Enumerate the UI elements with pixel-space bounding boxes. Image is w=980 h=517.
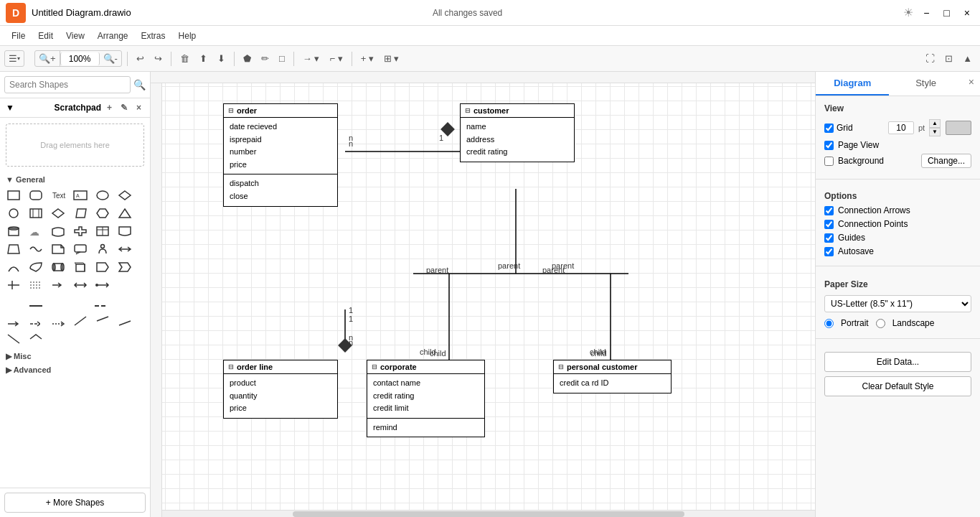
insert-btn[interactable]: + ▾ bbox=[357, 51, 377, 66]
shape-arrow-right[interactable] bbox=[47, 276, 69, 294]
grid-color-swatch[interactable] bbox=[946, 121, 971, 135]
fullscreen-btn[interactable]: ⛶ bbox=[922, 51, 938, 66]
shape-table[interactable] bbox=[92, 223, 113, 240]
shape-dashed-arrow[interactable] bbox=[25, 312, 47, 330]
shape-diagonal4[interactable] bbox=[3, 330, 24, 348]
shape-text[interactable]: Text bbox=[47, 187, 69, 204]
connection-style-btn[interactable]: → ▾ bbox=[299, 51, 324, 66]
menu-file[interactable]: File bbox=[6, 29, 31, 42]
shape-rounded-rect[interactable] bbox=[25, 187, 47, 204]
shape-cylinder[interactable] bbox=[3, 223, 24, 240]
shape-diamond2[interactable] bbox=[47, 205, 69, 222]
to-front-btn[interactable]: ⬆ bbox=[196, 51, 211, 66]
undo-btn[interactable]: ↩ bbox=[133, 51, 148, 66]
toggle-sidebar-btn[interactable]: ☰▾ bbox=[5, 51, 24, 66]
shape-diagonal1[interactable] bbox=[70, 312, 91, 330]
menu-arrange[interactable]: Arrange bbox=[92, 29, 134, 42]
shape-document[interactable] bbox=[114, 223, 136, 240]
shape-arrow-double[interactable] bbox=[114, 241, 136, 258]
scratchpad-drag-area[interactable]: Drag elements here bbox=[6, 124, 144, 167]
scratchpad-add-icon[interactable]: + bbox=[104, 101, 115, 114]
scratchpad-edit-icon[interactable]: ✎ bbox=[118, 101, 131, 114]
shape-cross[interactable] bbox=[70, 223, 91, 240]
shape-diamond[interactable] bbox=[114, 187, 136, 204]
menu-edit[interactable]: Edit bbox=[32, 29, 59, 42]
shape-stadium[interactable] bbox=[47, 258, 69, 276]
grid-value-input[interactable] bbox=[888, 121, 914, 134]
shape-diagonal3[interactable] bbox=[114, 312, 136, 330]
shape-arrow-right2[interactable] bbox=[3, 312, 24, 330]
grid-step-up[interactable]: ▲ bbox=[929, 119, 941, 128]
redo-btn[interactable]: ↪ bbox=[151, 51, 166, 66]
delete-btn[interactable]: 🗑 bbox=[176, 51, 193, 66]
category-general[interactable]: ▼ General bbox=[0, 172, 150, 185]
shape-diagonal5[interactable] bbox=[25, 330, 47, 348]
scratchpad-close-icon[interactable]: × bbox=[133, 101, 144, 114]
autosave-checkbox[interactable] bbox=[824, 247, 834, 256]
corporate-entity[interactable]: ⊟ corporate contact name credit rating c… bbox=[367, 360, 485, 437]
shape-banner[interactable] bbox=[47, 223, 69, 240]
grid-checkbox[interactable] bbox=[824, 124, 834, 133]
category-advanced[interactable]: ▶ Advanced bbox=[0, 363, 150, 376]
collapse-btn[interactable]: ▲ bbox=[959, 51, 976, 66]
scratchpad-toggle[interactable]: ▼ bbox=[6, 103, 52, 113]
category-misc[interactable]: ▶ Misc bbox=[0, 349, 150, 363]
change-background-btn[interactable]: Change... bbox=[921, 154, 971, 168]
zoom-in-btn[interactable]: 🔍+ bbox=[35, 51, 60, 66]
connection-arrows-checkbox[interactable] bbox=[824, 206, 834, 215]
shape-process[interactable] bbox=[25, 205, 47, 222]
scrollbar-thumb[interactable] bbox=[293, 511, 684, 517]
order-entity[interactable]: ⊟ order date recieved isprepaid number p… bbox=[223, 103, 338, 207]
canvas-area[interactable]: n 1 parent parent child child bbox=[151, 72, 815, 517]
orderline-entity[interactable]: ⊟ order line product quantity price bbox=[223, 360, 338, 419]
shape-dashed-line[interactable] bbox=[68, 294, 133, 312]
maximize-btn[interactable]: □ bbox=[939, 6, 953, 20]
connection-points-checkbox[interactable] bbox=[824, 220, 834, 229]
shape-circle[interactable] bbox=[3, 205, 24, 222]
shape-dotted-arrow[interactable] bbox=[47, 312, 69, 330]
shape-cloud[interactable]: ☁ bbox=[25, 223, 47, 240]
shape-callout[interactable] bbox=[70, 241, 91, 258]
clear-default-style-btn[interactable]: Clear Default Style bbox=[824, 376, 971, 396]
portrait-radio[interactable] bbox=[824, 319, 834, 328]
customer-entity[interactable]: ⊟ customer name address credit rating bbox=[460, 103, 575, 162]
shape-tag[interactable] bbox=[92, 258, 113, 276]
shape-person[interactable] bbox=[92, 241, 113, 258]
background-checkbox[interactable] bbox=[824, 157, 834, 166]
guides-checkbox[interactable] bbox=[824, 233, 834, 243]
shape-hexagon[interactable] bbox=[92, 205, 113, 222]
menu-view[interactable]: View bbox=[60, 29, 90, 42]
shadow-btn[interactable]: □ bbox=[275, 51, 288, 66]
shape-arc[interactable] bbox=[3, 258, 24, 276]
shape-arrow-bidirectional[interactable] bbox=[70, 276, 91, 294]
minimize-btn[interactable]: − bbox=[919, 6, 933, 20]
line-color-btn[interactable]: ✏ bbox=[258, 51, 273, 66]
landscape-radio[interactable] bbox=[876, 319, 885, 328]
shape-arrow-triple[interactable] bbox=[92, 276, 113, 294]
shape-triangle[interactable] bbox=[114, 205, 136, 222]
shape-label[interactable]: A bbox=[70, 187, 91, 204]
horizontal-scrollbar[interactable] bbox=[162, 510, 815, 517]
edit-data-btn[interactable]: Edit Data... bbox=[824, 352, 971, 372]
shape-cross2[interactable] bbox=[3, 276, 24, 294]
shape-trapezoid[interactable] bbox=[3, 241, 24, 258]
shape-chevron[interactable] bbox=[114, 258, 136, 276]
paper-size-select[interactable]: US-Letter (8.5" x 11") A4 (210 x 297 mm)… bbox=[824, 295, 971, 312]
table-btn[interactable]: ⊞ ▾ bbox=[380, 51, 403, 66]
tab-style[interactable]: Style bbox=[889, 72, 962, 96]
more-shapes-button[interactable]: + More Shapes bbox=[4, 493, 146, 513]
zoom-input[interactable] bbox=[60, 52, 100, 65]
panel-close-btn[interactable]: × bbox=[963, 72, 980, 96]
shape-ellipse[interactable] bbox=[92, 187, 113, 204]
shape-dots[interactable] bbox=[25, 276, 47, 294]
menu-extras[interactable]: Extras bbox=[136, 29, 171, 42]
fill-btn[interactable]: ⬟ bbox=[240, 51, 255, 66]
waypoint-btn[interactable]: ⌐ ▾ bbox=[326, 51, 346, 66]
grid-step-down[interactable]: ▼ bbox=[929, 128, 941, 136]
shape-note[interactable] bbox=[47, 241, 69, 258]
to-back-btn[interactable]: ⬇ bbox=[214, 51, 229, 66]
menu-help[interactable]: Help bbox=[173, 29, 202, 42]
shape-diagonal2[interactable] bbox=[92, 312, 113, 330]
format-btn[interactable]: ⊡ bbox=[941, 51, 956, 66]
page-view-checkbox[interactable] bbox=[824, 141, 834, 150]
